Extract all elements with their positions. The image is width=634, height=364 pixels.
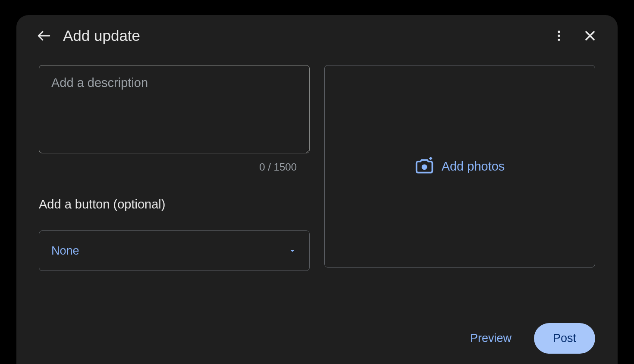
button-type-dropdown[interactable]: None	[39, 230, 310, 271]
add-photos-label: Add photos	[442, 159, 505, 174]
svg-point-0	[558, 31, 560, 33]
add-photos-area[interactable]: Add photos	[324, 65, 595, 268]
add-button-label: Add a button (optional)	[39, 197, 310, 212]
modal-title: Add update	[63, 27, 540, 44]
svg-point-3	[421, 164, 427, 170]
post-button[interactable]: Post	[534, 323, 595, 354]
close-icon	[582, 28, 598, 44]
arrow-back-icon	[36, 28, 52, 44]
add-update-modal: Add update 0 / 1500 Add a button (option…	[16, 15, 618, 364]
preview-button[interactable]: Preview	[458, 323, 524, 354]
close-button[interactable]	[580, 25, 600, 46]
svg-point-2	[558, 39, 560, 41]
svg-point-1	[558, 34, 560, 37]
dropdown-selected-value: None	[51, 244, 79, 258]
description-textarea[interactable]	[39, 65, 310, 153]
dropdown-arrow-icon	[288, 246, 297, 255]
back-button[interactable]	[34, 25, 54, 46]
add-photo-icon	[415, 157, 434, 176]
character-counter: 0 / 1500	[39, 161, 310, 173]
more-vert-icon	[552, 29, 566, 43]
modal-header: Add update	[16, 15, 618, 55]
modal-body: 0 / 1500 Add a button (optional) None Ad…	[16, 55, 618, 271]
more-options-button[interactable]	[549, 25, 569, 46]
modal-footer: Preview Post	[458, 323, 595, 354]
